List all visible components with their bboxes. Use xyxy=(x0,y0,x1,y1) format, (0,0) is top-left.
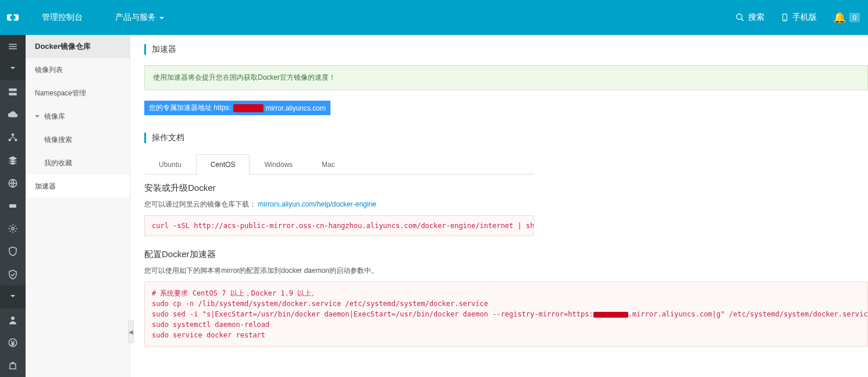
svg-rect-5 xyxy=(9,93,17,96)
svg-line-1 xyxy=(741,19,744,21)
svg-point-11 xyxy=(12,227,15,230)
rail-dns[interactable] xyxy=(0,194,26,217)
os-tabs: Ubuntu CentOS Windows Mac xyxy=(144,154,534,175)
svg-rect-10 xyxy=(9,204,16,208)
rail-caret-1[interactable] xyxy=(0,58,26,80)
svg-point-8 xyxy=(12,134,15,137)
code-hidden-token xyxy=(593,312,628,318)
gear-icon xyxy=(8,223,18,234)
rail-bag[interactable] xyxy=(0,354,26,377)
tab-centos[interactable]: CentOS xyxy=(196,154,250,175)
topbar: 管理控制台 产品与服务 搜索 手机版 🔔 0 xyxy=(0,0,868,35)
para-install-text: 您可以通过阿里云的镜像仓库下载： xyxy=(144,200,256,208)
code-install[interactable]: curl -sSL http://acs-public-mirror.oss-c… xyxy=(144,215,534,236)
mirror-url-pill[interactable]: 您的专属加速器地址 https:xxxxxxxxmirror.aliyuncs.… xyxy=(144,101,330,115)
heading-configure: 配置Docker加速器 xyxy=(144,249,868,260)
mobile-icon xyxy=(781,13,789,22)
link-mirrors-help[interactable]: mirrors.aliyun.com/help/docker-engine xyxy=(258,200,376,208)
rail-user[interactable] xyxy=(0,308,26,331)
nodes-icon xyxy=(8,132,18,143)
mirror-url-pre: 您的专属加速器地址 https: xyxy=(149,103,231,113)
shield-icon xyxy=(8,246,18,257)
dns-icon xyxy=(8,201,18,211)
rail-globe[interactable] xyxy=(0,172,26,194)
rail-menu[interactable] xyxy=(0,35,26,58)
rail-nodes[interactable] xyxy=(0,126,26,149)
user-icon xyxy=(8,315,18,325)
rail-shield[interactable] xyxy=(0,240,26,263)
currency-icon xyxy=(8,337,18,348)
rail-shield-check[interactable] xyxy=(0,263,26,286)
notification-badge: 0 xyxy=(849,13,860,22)
page-title: 加速器 xyxy=(144,44,868,55)
code-line: .mirror.aliyuncs.com|g" /etc/systemd/sys… xyxy=(628,310,868,318)
rail-caret-2[interactable] xyxy=(0,286,26,308)
search-icon xyxy=(735,13,745,22)
chevron-down-icon xyxy=(10,67,15,72)
rail-cloud[interactable] xyxy=(0,104,26,126)
shield-check-icon xyxy=(8,269,18,280)
alert-success: 使用加速器将会提升您在国内获取Docker官方镜像的速度！ xyxy=(144,65,868,90)
svg-point-0 xyxy=(737,14,742,19)
menu-icon xyxy=(8,41,18,52)
rail-gear[interactable] xyxy=(0,218,26,240)
mirror-url-post: mirror.aliyuncs.com xyxy=(266,104,326,112)
nav-search-label: 搜索 xyxy=(748,12,764,23)
nav-console[interactable]: 管理控制台 xyxy=(26,0,99,35)
nav-products[interactable]: 产品与服务 xyxy=(99,0,180,35)
svg-point-6 xyxy=(9,139,12,142)
rail-stack[interactable] xyxy=(0,149,26,172)
code-line: sudo sed -i "s|ExecStart=/usr/bin/docker… xyxy=(152,310,593,318)
sidebar-item-image-lib[interactable]: 镜像库 xyxy=(26,105,130,128)
bell-icon: 🔔 xyxy=(833,11,846,24)
tab-ubuntu[interactable]: Ubuntu xyxy=(144,154,196,175)
rail-servers[interactable] xyxy=(0,80,26,103)
nav-mobile[interactable]: 手机版 xyxy=(773,0,825,35)
nav-notifications[interactable]: 🔔 0 xyxy=(825,0,868,35)
nav-search[interactable]: 搜索 xyxy=(727,0,773,35)
sidebar-item-namespace[interactable]: Namespace管理 xyxy=(26,81,130,105)
sidebar-item-image-list[interactable]: 镜像列表 xyxy=(26,58,130,81)
stack-icon xyxy=(8,155,18,166)
mirror-url-hidden: xxxxxxxx xyxy=(233,104,264,112)
code-line: sudo service docker restart xyxy=(152,331,265,339)
code-line: sudo systemctl daemon-reload xyxy=(152,321,269,329)
logo[interactable] xyxy=(0,0,26,35)
cloud-icon xyxy=(8,109,18,120)
chevron-down-icon xyxy=(10,295,15,300)
bag-icon xyxy=(8,360,18,371)
code-line: # 系统要求 CentOS 7 以上，Docker 1.9 以上。 xyxy=(152,289,318,297)
content: 加速器 使用加速器将会提升您在国内获取Docker官方镜像的速度！ 您的专属加速… xyxy=(130,35,868,377)
svg-point-7 xyxy=(15,139,17,142)
svg-rect-4 xyxy=(9,88,17,91)
heading-install: 安装或升级Docker xyxy=(144,183,868,194)
aliyun-logo-icon xyxy=(6,11,19,24)
docs-title: 操作文档 xyxy=(144,133,868,143)
sidebar: Docker镜像仓库 镜像列表 Namespace管理 镜像库 镜像搜索 我的收… xyxy=(26,35,130,377)
tab-mac[interactable]: Mac xyxy=(307,154,350,175)
globe-icon xyxy=(8,178,18,188)
sidebar-item-accelerator[interactable]: 加速器 xyxy=(26,175,130,198)
server-icon xyxy=(8,87,18,97)
icon-rail xyxy=(0,35,26,377)
sidebar-collapse-icon[interactable]: ◀ xyxy=(128,320,134,343)
sidebar-title: Docker镜像仓库 xyxy=(26,35,130,58)
tab-windows[interactable]: Windows xyxy=(250,154,307,175)
code-line: sudo cp -n /lib/systemd/system/docker.se… xyxy=(152,300,488,308)
para-install: 您可以通过阿里云的镜像仓库下载： mirrors.aliyun.com/help… xyxy=(144,200,868,209)
svg-point-12 xyxy=(11,316,15,320)
rail-currency[interactable] xyxy=(0,332,26,354)
sidebar-item-image-search[interactable]: 镜像搜索 xyxy=(26,128,130,151)
code-configure[interactable]: # 系统要求 CentOS 7 以上，Docker 1.9 以上。 sudo c… xyxy=(144,282,868,347)
sidebar-item-favorites[interactable]: 我的收藏 xyxy=(26,151,130,175)
nav-mobile-label: 手机版 xyxy=(792,12,817,23)
para-configure: 您可以使用如下的脚本将mirror的配置添加到docker daemon的启动参… xyxy=(144,266,868,276)
